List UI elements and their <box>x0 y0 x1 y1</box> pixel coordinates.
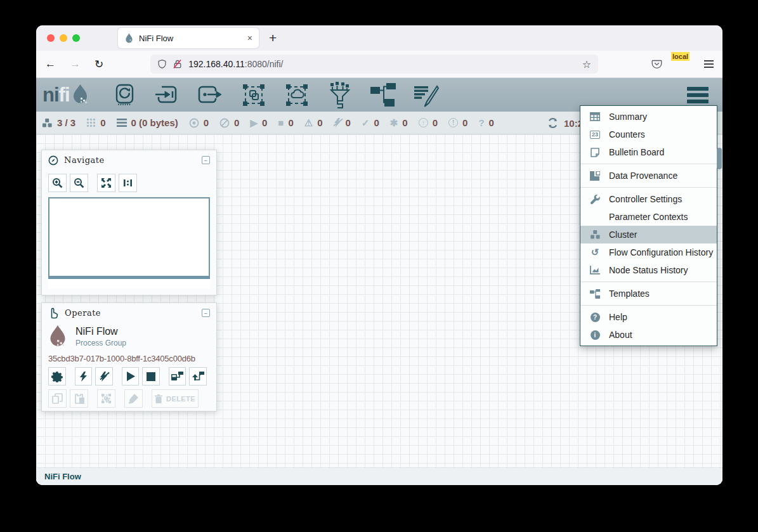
table-icon <box>589 112 601 121</box>
output-port-component-icon[interactable] <box>197 82 225 108</box>
navigate-header[interactable]: Navigate – <box>42 150 216 170</box>
minimize-window-button[interactable] <box>60 34 67 42</box>
nifi-logo: nifi <box>42 84 89 107</box>
disabled-status: 0 <box>334 117 351 128</box>
process-group-component-icon[interactable] <box>240 82 268 108</box>
navigate-panel: Navigate – <box>41 150 217 295</box>
operate-buttons-row-1 <box>42 367 216 389</box>
zoom-window-button[interactable] <box>72 34 80 42</box>
menu-item-cluster[interactable]: Cluster <box>580 226 717 243</box>
zoom-fit-button[interactable] <box>97 174 115 192</box>
menu-label: Bulletin Board <box>609 147 664 157</box>
menu-item-bulletin-board[interactable]: Bulletin Board <box>580 143 717 161</box>
template-component-icon[interactable] <box>369 82 397 108</box>
collapse-operate-button[interactable]: – <box>202 309 210 317</box>
browser-tab[interactable]: NiFi Flow × <box>118 28 259 48</box>
paste-button[interactable] <box>70 389 88 408</box>
save-template-button[interactable] <box>169 367 186 386</box>
transmitting-icon <box>189 118 199 128</box>
cluster-status: 3 / 3 <box>42 117 75 128</box>
menu-divider <box>580 164 717 164</box>
global-menu-button[interactable] <box>687 84 709 106</box>
stale-status: ↑ 0 <box>419 117 438 128</box>
stopped-icon: ■ <box>278 118 284 127</box>
menu-item-data-provenance[interactable]: Data Provenance <box>580 167 717 185</box>
menu-item-controller-settings[interactable]: Controller Settings <box>580 190 717 208</box>
selected-flow-type: Process Group <box>75 339 126 347</box>
menu-label: Parameter Contexts <box>609 212 688 222</box>
navigate-buttons <box>42 170 216 195</box>
shield-icon[interactable] <box>157 59 167 69</box>
configure-button[interactable] <box>48 367 66 386</box>
zoom-out-button[interactable] <box>70 174 88 192</box>
zoom-actual-size-button[interactable] <box>119 174 137 192</box>
label-component-icon[interactable] <box>412 82 440 108</box>
queued-status: 0 (0 bytes) <box>117 117 178 128</box>
pocket-icon[interactable] <box>651 59 662 69</box>
selected-flow-id: 35cbd3b7-017b-1000-8bff-1c3405c00d6b <box>42 349 216 367</box>
up-to-date-icon: ✓ <box>362 118 370 127</box>
component-toolbar <box>110 82 440 108</box>
menu-item-about[interactable]: i About <box>580 326 717 344</box>
running-count: 0 <box>262 117 267 128</box>
wrench-icon <box>589 195 601 204</box>
birdseye-view[interactable] <box>48 197 210 279</box>
back-icon[interactable]: ← <box>45 58 56 70</box>
new-tab-button[interactable]: + <box>269 30 277 46</box>
upload-template-button[interactable] <box>189 367 207 386</box>
up-to-date-count: 0 <box>374 117 379 128</box>
transmitting-status: 0 <box>189 117 209 128</box>
enable-button[interactable] <box>75 367 93 386</box>
start-button[interactable] <box>122 367 140 386</box>
remote-process-group-component-icon[interactable] <box>283 82 311 108</box>
menu-item-parameter-contexts[interactable]: Parameter Contexts <box>580 208 717 226</box>
operate-panel: Operate – NiFi Flow Process Group 35cbd3… <box>41 302 217 412</box>
scrollbar-thumb[interactable] <box>717 148 722 169</box>
fill-color-button[interactable] <box>124 389 143 408</box>
copy-button[interactable] <box>48 389 67 408</box>
operate-header[interactable]: Operate – <box>42 303 216 323</box>
insecure-lock-icon[interactable] <box>173 59 183 69</box>
locally-modified-stale-icon: ! <box>448 118 458 127</box>
input-port-component-icon[interactable] <box>154 82 181 108</box>
tab-bar: NiFi Flow × + <box>36 25 722 51</box>
hand-pointer-icon <box>48 308 59 319</box>
funnel-component-icon[interactable] <box>326 82 354 108</box>
forward-icon[interactable]: → <box>70 58 81 70</box>
url-bar[interactable]: 192.168.40.11:8080/nifi/ ☆ <box>150 55 598 74</box>
disable-button[interactable] <box>95 367 113 386</box>
menu-item-summary[interactable]: Summary <box>580 108 717 126</box>
tab-title: NiFi Flow <box>139 34 247 43</box>
delete-button[interactable]: DELETE <box>152 389 199 408</box>
queued-count: 0 (0 bytes) <box>131 117 178 128</box>
invalid-status: ⚠ 0 <box>304 117 323 128</box>
running-status: ▶ 0 <box>250 117 267 128</box>
processor-component-icon[interactable] <box>110 82 138 108</box>
menu-item-counters[interactable]: 23 Counters <box>580 126 717 143</box>
tab-close-icon[interactable]: × <box>247 33 252 43</box>
profile-avatar[interactable]: local <box>676 57 690 71</box>
collapse-navigate-button[interactable]: – <box>202 156 210 164</box>
operate-title: Operate <box>65 308 202 318</box>
menu-item-node-status-history[interactable]: Node Status History <box>580 261 717 279</box>
refresh-icon[interactable] <box>547 118 558 128</box>
locally-modified-count: 0 <box>402 117 407 128</box>
logo-text-fi: fi <box>59 84 70 107</box>
zoom-in-button[interactable] <box>48 174 67 192</box>
stop-button[interactable] <box>142 367 160 386</box>
breadcrumb[interactable]: NiFi Flow <box>44 472 81 481</box>
bookmark-star-icon[interactable]: ☆ <box>582 58 591 70</box>
menu-item-templates[interactable]: Templates <box>580 285 717 302</box>
menu-divider <box>580 305 717 306</box>
locally-modified-status: ✱ 0 <box>390 117 408 128</box>
operate-buttons-row-2: DELETE <box>42 389 216 412</box>
reload-icon[interactable]: ↻ <box>95 58 103 71</box>
close-window-button[interactable] <box>47 34 55 42</box>
menu-item-help[interactable]: ? Help <box>580 308 717 326</box>
group-button[interactable] <box>97 389 115 408</box>
browser-window: NiFi Flow × + ← → ↻ 192.168.40.11:8080/n… <box>36 25 722 485</box>
menu-divider <box>580 282 717 282</box>
compass-icon <box>48 155 58 165</box>
browser-menu-icon[interactable] <box>704 58 714 69</box>
menu-item-flow-configuration-history[interactable]: ↺ Flow Configuration History <box>580 243 717 261</box>
